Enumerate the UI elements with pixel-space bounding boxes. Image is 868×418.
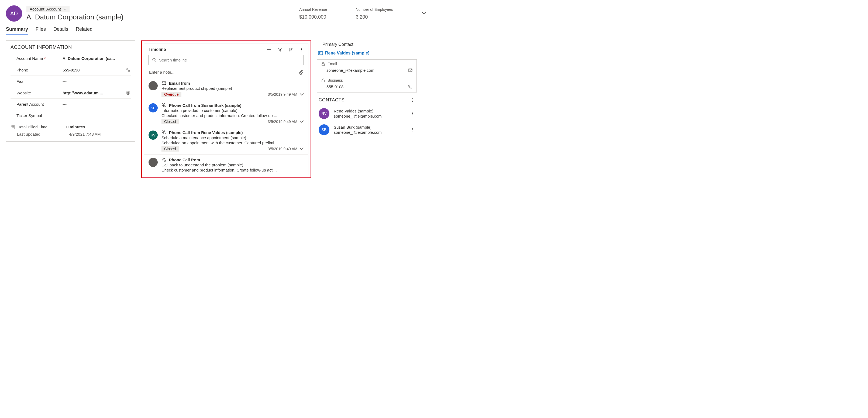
add-icon[interactable]: [267, 47, 272, 52]
pc-business-field[interactable]: Business 555-0108: [317, 76, 416, 92]
status-badge: Closed: [161, 119, 179, 124]
search-icon: [152, 58, 156, 62]
timeline-item[interactable]: SBPhone Call from Susan Burk (sample)Inf…: [144, 100, 308, 127]
tab-details[interactable]: Details: [53, 26, 68, 34]
field-value: someone_i@example.com: [327, 68, 374, 72]
lock-icon: [321, 62, 326, 66]
contact-item[interactable]: SBSusan Burk (sample)someone_l@example.c…: [317, 122, 417, 138]
more-icon[interactable]: [410, 111, 415, 116]
filter-icon[interactable]: [277, 47, 282, 52]
email-icon[interactable]: [408, 68, 413, 72]
timeline-avatar: [149, 158, 158, 167]
stat-label: Number of Employees: [355, 7, 393, 11]
tabs: Summary Files Details Related: [6, 26, 427, 34]
timeline-item[interactable]: Phone Call fromCall back to understand t…: [144, 154, 308, 175]
field-label: Fax: [10, 79, 60, 84]
pc-email-field[interactable]: Email someone_i@example.com: [317, 60, 416, 76]
globe-icon[interactable]: [125, 90, 131, 95]
contact-card-icon: [318, 51, 323, 56]
timeline-item[interactable]: Email fromReplacement product shipped (s…: [144, 78, 308, 100]
svg-point-9: [301, 48, 302, 49]
contact-name: Susan Burk (sample): [334, 125, 382, 129]
field-fax[interactable]: Fax ---: [10, 76, 131, 87]
timeline-search-input[interactable]: [159, 58, 300, 62]
primary-contact-title: Primary Contact: [317, 40, 417, 51]
timeline-item-time: 3/5/2019 9:49 AM: [268, 147, 297, 151]
svg-point-7: [12, 128, 13, 128]
field-value: ---: [63, 102, 131, 107]
field-phone[interactable]: Phone 555-0158: [10, 64, 131, 76]
stat-value: 6,200: [355, 14, 393, 20]
field-website[interactable]: Website http://www.adatum....: [10, 87, 131, 99]
svg-point-5: [13, 127, 14, 127]
contacts-title: CONTACTS: [319, 97, 410, 103]
timeline-item-subject: Schedule a maintenance appointment (samp…: [161, 136, 304, 140]
phone-icon[interactable]: [125, 67, 131, 72]
svg-rect-18: [322, 80, 324, 82]
chevron-down-icon: [422, 11, 427, 16]
timeline-avatar: [149, 81, 158, 90]
stat-label: Annual Revenue: [299, 7, 327, 11]
timeline-item-subject: Call back to understand the problem (sam…: [161, 162, 304, 167]
tab-related[interactable]: Related: [76, 26, 92, 34]
tab-files[interactable]: Files: [36, 26, 46, 34]
contact-avatar: SB: [319, 124, 330, 135]
timeline-item-preview: Checked customer and product information…: [161, 113, 304, 118]
sort-icon[interactable]: [288, 47, 293, 52]
field-label: Total Billed Time: [17, 125, 64, 129]
more-icon[interactable]: [410, 98, 415, 102]
chevron-down-icon[interactable]: [300, 92, 304, 96]
stat-value: $10,000.000: [299, 14, 327, 20]
note-placeholder: Enter a note...: [149, 70, 175, 74]
svg-point-24: [412, 115, 413, 115]
timeline-search[interactable]: [149, 55, 304, 65]
more-icon[interactable]: [410, 127, 415, 132]
account-avatar: AD: [6, 5, 22, 22]
field-ticker[interactable]: Ticker Symbol ---: [10, 110, 131, 121]
field-label: Email: [328, 62, 337, 66]
contact-avatar: RV: [319, 108, 330, 119]
timeline-item-title: Phone Call from: [169, 157, 200, 162]
contact-email: someone_i@example.com: [334, 114, 382, 118]
svg-point-10: [301, 49, 302, 50]
more-icon[interactable]: [299, 47, 304, 52]
field-value: 4/9/2021 7:43 AM: [69, 132, 101, 137]
page-title: A. Datum Corporation (sample): [26, 13, 123, 21]
required-mark: *: [44, 56, 45, 61]
calculator-icon: [10, 125, 15, 129]
chevron-down-icon[interactable]: [300, 147, 304, 151]
timeline-item-subject: Replacement product shipped (sample): [161, 86, 304, 91]
field-value: 555-0158: [63, 68, 123, 72]
chevron-down-icon[interactable]: [300, 119, 304, 124]
field-parent-account[interactable]: Parent Account ---: [10, 99, 131, 110]
phone-icon[interactable]: [408, 84, 413, 89]
svg-point-19: [412, 98, 413, 99]
field-label: Ticker Symbol: [10, 113, 60, 118]
timeline-item-preview: Scheduled an appointment with the custom…: [161, 141, 304, 145]
primary-contact-card: Email someone_i@example.com Business 555…: [317, 59, 417, 92]
field-value: ---: [63, 113, 131, 118]
stat-annual-revenue: Annual Revenue $10,000.000: [299, 7, 327, 20]
field-last-updated: Last updated: 4/9/2021 7:43 AM: [10, 129, 131, 139]
tab-summary[interactable]: Summary: [6, 26, 28, 34]
header-expand[interactable]: [422, 11, 427, 16]
timeline-note-input[interactable]: Enter a note...: [149, 67, 304, 78]
timeline-item-subject: Information provided to customer (sample…: [161, 108, 304, 113]
field-value: A. Datum Corporation (sa...: [63, 56, 131, 61]
timeline-title: Timeline: [149, 47, 267, 52]
timeline-avatar: SB: [149, 103, 158, 113]
field-account-name[interactable]: Account Name* A. Datum Corporation (sa..…: [10, 53, 131, 64]
field-value: http://www.adatum....: [63, 91, 123, 95]
account-info-title: ACCOUNT INFORMATION: [10, 44, 131, 50]
svg-rect-14: [318, 52, 323, 55]
svg-point-3: [11, 127, 12, 127]
svg-point-26: [412, 129, 413, 130]
timeline-item-time: 3/5/2019 9:49 AM: [268, 119, 297, 124]
phone-icon: [161, 130, 166, 135]
field-label: Website: [10, 91, 60, 95]
timeline-item[interactable]: RVPhone Call from Rene Valdes (sample)Sc…: [144, 127, 308, 154]
attachment-icon[interactable]: [299, 70, 303, 75]
primary-contact-link[interactable]: Rene Valdes (sample): [317, 51, 417, 56]
entity-breadcrumb[interactable]: Account: Account: [26, 6, 69, 12]
contact-item[interactable]: RVRene Valdes (sample)someone_i@example.…: [317, 106, 417, 122]
